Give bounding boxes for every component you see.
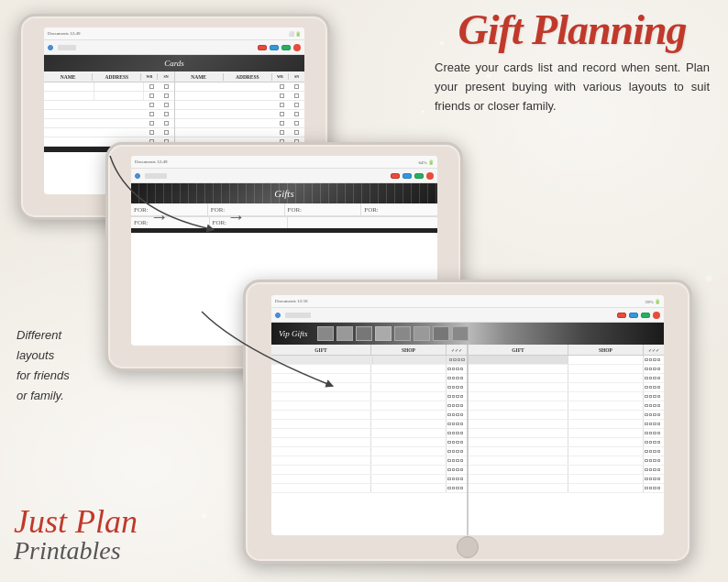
title-main: Gift Planning [435, 9, 710, 51]
col-address-2: ADDRESS [224, 73, 272, 81]
vip-right-row-10 [469, 438, 664, 447]
vip-page-header: Vip Gifts [271, 323, 664, 345]
cards-table: NAME ADDRESS WR SN [44, 71, 304, 147]
vip-right-row-9 [469, 429, 664, 438]
cards-col-header-right: NAME ADDRESS WR SN [175, 71, 305, 82]
vip-left-row-8 [271, 420, 467, 429]
col-written-1: WR [141, 73, 158, 80]
vip-right-row-4 [469, 383, 664, 392]
cards-right-row-5 [175, 119, 305, 128]
vip-left-row-4 [271, 383, 467, 392]
for-cell-4: FOR: [361, 203, 437, 215]
thumb-1 [317, 326, 334, 341]
side-text-layouts: layouts [17, 348, 54, 362]
vip-right-row-2 [469, 365, 664, 374]
gifts-nav-icon [135, 173, 140, 179]
cards-right-row-6 [175, 128, 305, 137]
for-spacer [288, 217, 437, 228]
vip-left-row-highlight [271, 356, 467, 365]
vip-nav-icon [275, 313, 281, 318]
vip-pencil-blue [629, 313, 638, 318]
vip-left-row-6 [271, 401, 467, 411]
cards-right-row-1 [175, 82, 305, 92]
vip-right-rows [469, 356, 664, 535]
cb-l-2 [453, 358, 457, 362]
cards-right-row-3 [175, 101, 305, 110]
vip-left-row-15 [271, 484, 467, 493]
gifts-close-icon[interactable] [426, 172, 434, 180]
cb-l-1 [449, 358, 453, 362]
cards-row-2 [44, 92, 174, 101]
cards-battery: ⬜ 🔋 [289, 31, 301, 37]
vip-right-row-8 [469, 420, 664, 429]
for-cell-6: FOR: [210, 217, 289, 228]
check-col-1 [144, 84, 159, 90]
vip-close-icon[interactable] [653, 312, 660, 319]
col-sent-2: SN [289, 73, 304, 80]
for-cell-3: FOR: [285, 203, 362, 215]
for-cell-1: FOR: [131, 203, 208, 215]
vip-left-row-7 [271, 411, 467, 420]
vip-right-row-5 [469, 392, 664, 401]
for-cell-5: FOR: [131, 217, 210, 228]
gifts-doc-label: Documents 12:49 [135, 159, 167, 164]
gifts-battery: 64% 🔋 [419, 159, 434, 165]
check-col-2 [159, 84, 173, 90]
cards-row-5 [44, 119, 174, 128]
vip-left-row-11 [271, 447, 467, 456]
vip-right-row-14 [469, 475, 664, 484]
thumb-8 [452, 326, 469, 341]
gifts-toolbar [131, 169, 437, 183]
cards-statusbar: Documents 12:49 ⬜ 🔋 [44, 27, 304, 40]
col-sent-1: SN [158, 73, 173, 80]
vip-gifts-screen: Documents 12:50 59% 🔋 Vip Gifts [271, 295, 664, 535]
vip-right-row-7 [469, 411, 664, 420]
cards-page-header: Cards [44, 55, 304, 71]
thumb-6 [414, 326, 430, 341]
side-text-area: Different layouts for friends or family. [17, 325, 136, 406]
left-check-header: ✓✓✓ [447, 345, 467, 355]
cards-page-title: Cards [164, 59, 184, 68]
vip-left-row-13 [271, 466, 467, 475]
side-text-for-friends: for friends [17, 368, 70, 382]
cards-doc-label: Documents 12:49 [48, 31, 80, 36]
vip-right-row-15 [469, 484, 664, 493]
vip-gifts-tablet: Documents 12:50 59% 🔋 Vip Gifts [243, 280, 692, 564]
vip-left-row-9 [271, 429, 467, 438]
gifts-pencil-blue [403, 173, 412, 179]
vip-left-rows [271, 356, 467, 535]
vip-home-button[interactable] [457, 536, 479, 558]
cards-right-half: NAME ADDRESS WR SN [175, 71, 305, 147]
sparkle-7 [706, 275, 712, 281]
gifts-page-header: Gifts [131, 183, 437, 203]
vip-battery: 59% 🔋 [645, 299, 660, 304]
left-gift-header: GIFT [271, 345, 371, 355]
right-shop-header: SHOP [568, 345, 644, 355]
col-written-2: WR [272, 73, 289, 80]
gifts-for-row-2: FOR: FOR: [131, 216, 437, 228]
vip-header-thumbs [317, 326, 469, 341]
side-text-or-family: or family. [17, 389, 64, 402]
cards-row-6 [44, 128, 174, 137]
col-name-1: NAME [44, 73, 93, 81]
vip-left-row-10 [271, 438, 467, 447]
left-shop-header: SHOP [371, 345, 447, 355]
gifts-for-row-1: FOR: FOR: FOR: FOR: [131, 203, 437, 216]
thumb-5 [394, 326, 411, 341]
gifts-statusbar: Documents 12:49 64% 🔋 [131, 156, 437, 169]
vip-left-row-2 [271, 365, 467, 374]
thumb-4 [375, 326, 392, 341]
cards-left-half: NAME ADDRESS WR SN [44, 71, 175, 147]
title-area: Gift Planning Create your cards list and… [435, 9, 710, 115]
vip-right-headers: GIFT SHOP ✓✓✓ [469, 345, 664, 356]
for-cell-2: FOR: [208, 203, 285, 215]
pencil-green-icon [281, 45, 291, 50]
vip-right-panel: GIFT SHOP ✓✓✓ [469, 345, 664, 535]
brand-printables: Printables [14, 538, 197, 564]
close-icon[interactable] [293, 44, 301, 51]
cards-row-1 [44, 82, 174, 92]
cards-right-row-4 [175, 110, 305, 119]
toolbar-icons [58, 45, 76, 50]
pencil-red-icon [258, 45, 267, 50]
vip-statusbar: Documents 12:50 59% 🔋 [271, 295, 664, 308]
